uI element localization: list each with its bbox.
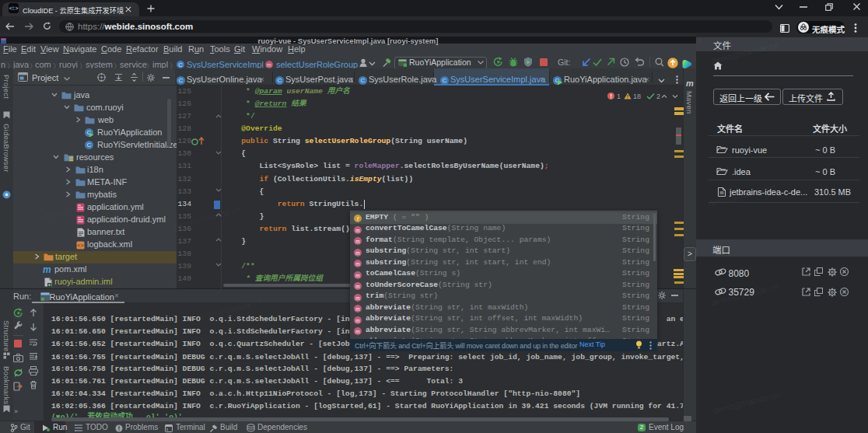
svg-text:m: m: [355, 295, 359, 300]
svg-text:<t>: <t>: [9, 6, 19, 12]
svg-text:C: C: [278, 77, 282, 84]
svg-text:m: m: [355, 329, 359, 334]
svg-text:C: C: [179, 77, 184, 84]
svg-text:m: m: [355, 239, 359, 244]
svg-text:m: m: [267, 62, 271, 68]
svg-text:m: m: [355, 284, 359, 289]
svg-text:m: m: [355, 261, 359, 267]
svg-text:<>: <>: [77, 243, 83, 249]
svg-text:C: C: [178, 61, 183, 68]
svg-text:m: m: [355, 306, 359, 312]
svg-text:C: C: [361, 77, 366, 84]
svg-text:C: C: [443, 77, 447, 84]
svg-text:m: m: [355, 272, 359, 278]
svg-text:m: m: [355, 317, 359, 323]
svg-text:C: C: [87, 141, 92, 148]
svg-text:m: m: [355, 227, 359, 232]
svg-text:m: m: [355, 250, 359, 255]
